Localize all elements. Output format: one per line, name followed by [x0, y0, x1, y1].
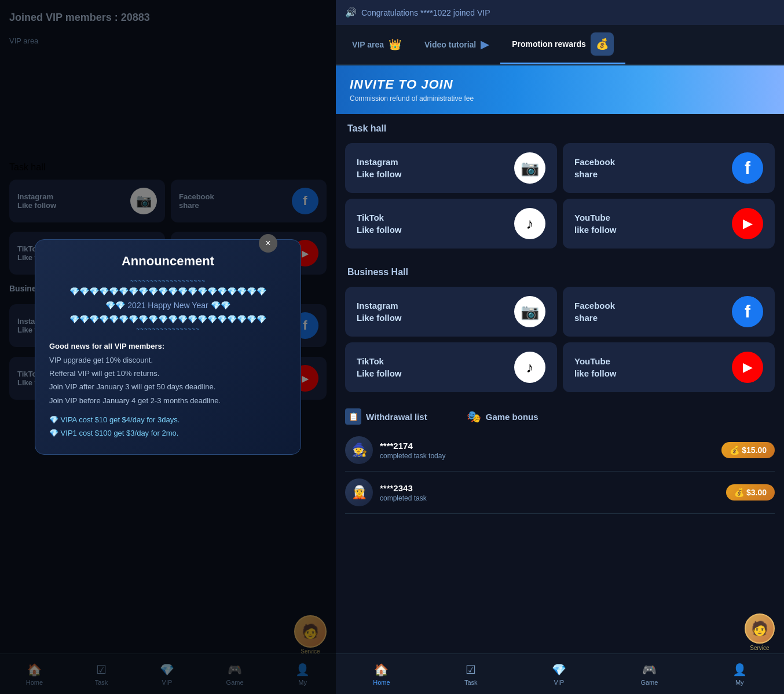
- user-avatar-2: 🧝: [345, 479, 373, 506]
- notification-text: Congratulations ****1022 joined VIP: [361, 8, 490, 17]
- amount-badge-1: 💰 $15.00: [721, 442, 775, 458]
- service-float-label: Service: [750, 645, 769, 651]
- biz-instagram-icon: 📷: [514, 296, 545, 327]
- amount-text-1: $15.00: [742, 445, 767, 455]
- biz-tiktok-icon: ♪: [514, 352, 545, 383]
- task-status-1: completed task today: [380, 452, 715, 460]
- game-bonus-button[interactable]: 🎭 Game bonus: [467, 410, 538, 423]
- right-bottom-nav: 🏠 Home ☑ Task 💎 VIP 🎮 Game 👤 My: [336, 653, 784, 694]
- service-float-avatar[interactable]: 🧑: [745, 613, 775, 644]
- right-my-label: My: [735, 679, 744, 686]
- withdrawal-icon: 📋: [345, 408, 361, 425]
- invite-subtitle: Commission refund of administrative fee: [350, 94, 770, 103]
- withdrawal-button[interactable]: 📋 Withdrawal list: [345, 408, 427, 425]
- facebook-task-icon: f: [732, 152, 763, 184]
- right-nav-my[interactable]: 👤 My: [732, 663, 747, 686]
- right-nav-game[interactable]: 🎮 Game: [640, 663, 658, 686]
- facebook-task-name: Facebookshare: [574, 156, 615, 180]
- amount-text-2: $3.00: [746, 488, 767, 497]
- user-id-1: ****2174: [380, 441, 715, 451]
- money-icon-2: 💰: [734, 488, 744, 497]
- video-tab-label: Video tutorial: [424, 40, 476, 49]
- youtube-task-icon: ▶: [732, 208, 763, 239]
- right-nav-home[interactable]: 🏠 Home: [373, 663, 390, 686]
- game-bonus-icon: 🎭: [467, 410, 481, 423]
- right-my-icon: 👤: [732, 663, 747, 677]
- withdrawal-item-1: 🧙 ****2174 completed task today 💰 $15.00: [345, 429, 775, 472]
- biz-card-youtube[interactable]: YouTubelike follow ▶: [563, 342, 775, 392]
- right-nav-task[interactable]: ☑ Task: [464, 663, 478, 686]
- biz-card-tiktok[interactable]: TikTokLike follow ♪: [345, 342, 557, 392]
- right-task-icon: ☑: [466, 663, 476, 677]
- tiktok-task-icon: ♪: [514, 208, 545, 239]
- right-game-label: Game: [640, 679, 658, 686]
- tab-promotion-rewards[interactable]: Promotion rewards 💰: [500, 25, 625, 64]
- right-task-label: Task: [464, 679, 478, 686]
- right-home-label: Home: [373, 679, 390, 686]
- announcement-year: 💎💎 2021 Happy New Year 💎💎: [49, 301, 287, 310]
- business-hall-grid: InstagramLike follow 📷 Facebookshare f T…: [336, 282, 784, 401]
- tab-vip-area[interactable]: VIP area 👑: [340, 25, 413, 64]
- withdrawal-item-2: 🧝 ****2343 completed task 💰 $3.00: [345, 472, 775, 514]
- right-panel: 🔊 Congratulations ****1022 joined VIP VI…: [336, 0, 784, 694]
- withdrawal-info-2: ****2343 completed task: [380, 483, 719, 502]
- task-card-tiktok[interactable]: TikTokLike follow ♪: [345, 199, 557, 249]
- biz-facebook-icon: f: [732, 296, 763, 327]
- withdrawal-list: 🧙 ****2174 completed task today 💰 $15.00…: [336, 429, 784, 613]
- instagram-task-icon: 📷: [514, 152, 545, 184]
- task-card-instagram[interactable]: InstagramLike follow 📷: [345, 143, 557, 193]
- promo-icon: 💰: [591, 32, 614, 56]
- announcement-body: Good news for all VIP members: VIP upgra…: [49, 339, 287, 407]
- right-home-icon: 🏠: [374, 663, 389, 677]
- tab-video-tutorial[interactable]: Video tutorial ▶: [413, 25, 500, 64]
- announcement-highlights: 💎 VIPA cost $10 get $4/day for 3days. 💎 …: [49, 413, 287, 440]
- task-card-youtube[interactable]: YouTubelike follow ▶: [563, 199, 775, 249]
- right-vip-label: VIP: [554, 679, 565, 686]
- right-nav-vip[interactable]: 💎 VIP: [552, 663, 566, 686]
- service-float-container[interactable]: 🧑 Service: [745, 613, 775, 651]
- withdrawal-info-1: ****2174 completed task today: [380, 441, 715, 460]
- instagram-task-name: InstagramLike follow: [357, 156, 402, 180]
- biz-tiktok-name: TikTokLike follow: [357, 355, 402, 379]
- money-icon-1: 💰: [730, 445, 739, 455]
- speaker-icon: 🔊: [345, 7, 357, 18]
- tiktok-task-name: TikTokLike follow: [357, 211, 402, 236]
- biz-youtube-name: YouTubelike follow: [574, 355, 617, 379]
- announcement-box: Announcement ~~~~~~~~~~~~~~~~~~~ 💎💎💎💎💎💎💎…: [35, 239, 301, 455]
- task-card-facebook[interactable]: Facebookshare f: [563, 143, 775, 193]
- left-panel: Joined VIP members : 20883 VIP area Task…: [0, 0, 336, 694]
- youtube-task-name: YouTubelike follow: [574, 211, 617, 236]
- announcement-emoji2: 💎💎💎💎💎💎💎💎💎💎💎💎💎💎💎💎💎💎💎💎: [49, 315, 287, 324]
- biz-card-instagram[interactable]: InstagramLike follow 📷: [345, 287, 557, 337]
- announcement-emoji1: 💎💎💎💎💎💎💎💎💎💎💎💎💎💎💎💎💎💎💎💎: [49, 287, 287, 296]
- service-area: 🧑 Service: [336, 613, 784, 653]
- announcement-title: Announcement: [49, 254, 287, 269]
- crown-icon: 👑: [389, 38, 401, 51]
- announcement-overlay: Announcement ~~~~~~~~~~~~~~~~~~~ 💎💎💎💎💎💎💎…: [0, 0, 336, 694]
- biz-facebook-name: Facebookshare: [574, 299, 615, 324]
- invite-banner: INVITE TO JOIN Commission refund of admi…: [336, 65, 784, 114]
- announcement-deco1: ~~~~~~~~~~~~~~~~~~~: [49, 278, 287, 284]
- play-icon: ▶: [481, 38, 489, 51]
- promo-tab-label: Promotion rewards: [512, 39, 586, 49]
- amount-badge-2: 💰 $3.00: [726, 484, 775, 501]
- right-vip-icon: 💎: [552, 663, 566, 677]
- game-bonus-label: Game bonus: [486, 412, 538, 422]
- user-avatar-1: 🧙: [345, 436, 373, 464]
- withdrawal-label: Withdrawal list: [366, 412, 427, 422]
- notification-bar: 🔊 Congratulations ****1022 joined VIP: [336, 0, 784, 25]
- biz-youtube-icon: ▶: [732, 352, 763, 383]
- biz-instagram-name: InstagramLike follow: [357, 299, 402, 324]
- biz-card-facebook[interactable]: Facebookshare f: [563, 287, 775, 337]
- right-game-icon: 🎮: [642, 663, 657, 677]
- top-tabs: VIP area 👑 Video tutorial ▶ Promotion re…: [336, 25, 784, 65]
- announcement-deco2: ~~~~~~~~~~~~~~~~: [49, 326, 287, 333]
- invite-title: INVITE TO JOIN: [350, 77, 770, 92]
- task-status-2: completed task: [380, 494, 719, 502]
- business-hall-label: Business Hall: [336, 258, 784, 282]
- withdrawal-game-row: 📋 Withdrawal list 🎭 Game bonus: [336, 401, 784, 429]
- user-id-2: ****2343: [380, 483, 719, 493]
- vip-tab-label: VIP area: [352, 40, 384, 49]
- task-hall-label: Task hall: [336, 114, 784, 138]
- announcement-close-button[interactable]: ×: [259, 234, 277, 253]
